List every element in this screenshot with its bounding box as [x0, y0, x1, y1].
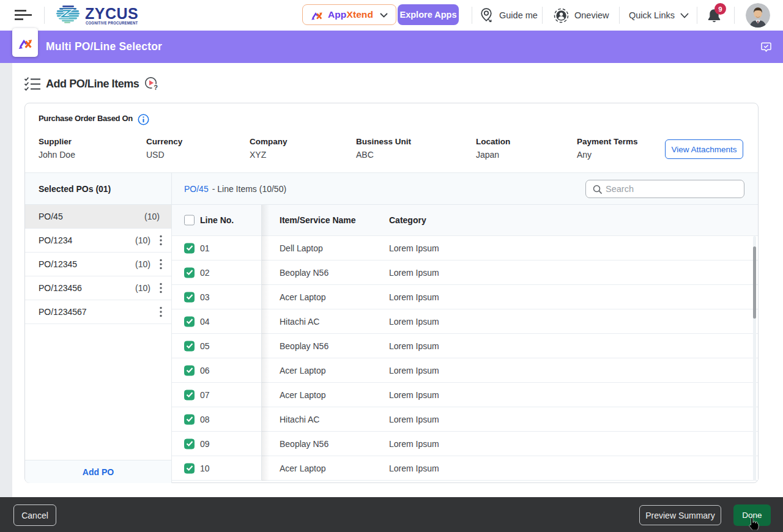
table-row[interactable]: 08 Hitachi AC Lorem Ipsum [172, 407, 758, 432]
appxtend-label: AppXtend [328, 9, 373, 20]
notification-badge: 9 [714, 3, 726, 15]
action-footer: Cancel Preview Summary Done [0, 497, 783, 532]
view-attachments-button[interactable]: View Attachments [665, 139, 743, 159]
search-icon [593, 185, 603, 194]
po-list-item[interactable]: PO/1234 (10) [25, 229, 171, 253]
po-based-on-title: Purchase Order Based On [39, 114, 133, 123]
guide-me-label: Guide me [499, 10, 538, 20]
row-checkbox[interactable] [184, 292, 195, 302]
divider [542, 7, 543, 24]
cancel-button[interactable]: Cancel [13, 504, 56, 526]
row-checkbox[interactable] [184, 316, 195, 327]
preview-summary-button[interactable]: Preview Summary [639, 505, 721, 525]
app-title: Multi PO/Line Selector [46, 31, 162, 63]
search-input[interactable] [606, 181, 739, 197]
oneview-icon [554, 8, 569, 23]
table-row[interactable]: 04 Hitachi AC Lorem Ipsum [172, 309, 758, 334]
table-row[interactable]: 06 Acer Laptop Lorem Ipsum [172, 358, 758, 383]
help-video-icon[interactable]: ? [144, 76, 159, 91]
row-checkbox[interactable] [184, 341, 195, 351]
appxtend-logo-icon [310, 8, 324, 21]
kebab-menu-icon[interactable] [158, 235, 164, 246]
divider [734, 7, 735, 24]
row-checkbox[interactable] [184, 365, 195, 375]
divider [472, 7, 472, 24]
quick-links-menu[interactable]: Quick Links [629, 0, 689, 31]
appxtend-app-tile[interactable] [12, 28, 38, 57]
divider [619, 7, 620, 24]
row-checkbox[interactable] [184, 463, 195, 473]
row-checkbox[interactable] [184, 243, 195, 253]
app-title-bar: Multi PO/Line Selector [0, 31, 783, 63]
field-business-unit: Business UnitABC [356, 137, 411, 160]
chevron-down-icon [380, 9, 388, 20]
kebab-menu-icon[interactable] [158, 306, 164, 317]
field-currency: CurrencyUSD [146, 137, 182, 160]
po-based-on-section: Purchase Order Based On SupplierJohn Doe… [25, 103, 758, 172]
field-supplier: SupplierJohn Doe [39, 137, 75, 160]
selected-pos-header: Selected POs (01) [25, 173, 171, 205]
field-payment-terms: Payment TermsAny [577, 137, 638, 160]
row-checkbox[interactable] [184, 390, 195, 400]
chevron-down-icon [680, 13, 689, 18]
table-header: Line No. Item/Service Name Category [172, 205, 758, 236]
explore-apps-button[interactable]: Explore Apps [398, 4, 459, 25]
column-category: Category [389, 215, 426, 225]
po-list-item[interactable]: PO/1234567 [25, 300, 171, 324]
user-avatar[interactable] [746, 3, 770, 28]
guide-me-pin-icon [480, 8, 494, 23]
done-button[interactable]: Done [733, 504, 771, 526]
table-row[interactable]: 03 Acer Laptop Lorem Ipsum [172, 285, 758, 309]
zycus-wordmark: ZYCUS [85, 5, 138, 23]
table-row[interactable]: 09 Beoplay N56 Lorem Ipsum [172, 432, 758, 456]
table-row[interactable]: 05 Beoplay N56 Lorem Ipsum [172, 334, 758, 358]
po-list-item[interactable]: PO/45 (10) [25, 205, 171, 229]
divider [44, 7, 45, 24]
table-row[interactable]: 01 Dell Laptop Lorem Ipsum [172, 236, 758, 260]
po-list: PO/45 (10) PO/1234 (10) [25, 205, 171, 324]
search-box [585, 180, 744, 198]
select-all-checkbox[interactable] [184, 215, 195, 226]
row-checkbox[interactable] [184, 267, 195, 278]
column-item-name: Item/Service Name [280, 215, 356, 225]
zycus-tagline: COGNITIVE PROCUREMENT [86, 21, 138, 25]
page-title: Add PO/Line Items [46, 78, 139, 91]
field-company: CompanyXYZ [250, 137, 288, 160]
column-line-no: Line No. [200, 215, 234, 225]
po-list-item[interactable]: PO/12345 (10) [25, 253, 171, 276]
po-list-item[interactable]: PO/123456 (10) [25, 276, 171, 300]
appxtend-logo-icon [17, 34, 34, 51]
add-po-button[interactable]: Add PO [25, 460, 171, 483]
kebab-menu-icon[interactable] [158, 259, 164, 270]
table-row[interactable]: 07 Acer Laptop Lorem Ipsum [172, 383, 758, 407]
divider [697, 7, 697, 24]
selector-panels: Selected POs (01) PO/45 (10) PO/1234 (10… [25, 172, 758, 482]
zycus-globe-icon [56, 5, 81, 23]
guide-me-button[interactable]: Guide me [480, 0, 538, 31]
kebab-menu-icon[interactable] [158, 283, 164, 294]
row-checkbox[interactable] [184, 438, 195, 449]
table-row[interactable]: 02 Beoplay N56 Lorem Ipsum [172, 260, 758, 285]
feedback-icon[interactable] [761, 42, 771, 53]
table-row[interactable]: 10 Acer Laptop Lorem Ipsum [172, 456, 758, 481]
checklist-icon [24, 77, 40, 91]
notifications-bell-icon[interactable]: 9 [707, 7, 725, 24]
info-icon[interactable] [138, 114, 149, 125]
zycus-logo[interactable]: ZYCUS COGNITIVE PROCUREMENT [56, 5, 148, 27]
line-items-title: PO/45- Line Items (10/50) [184, 173, 286, 205]
line-items-panel: PO/45- Line Items (10/50) Line No. Item/… [172, 173, 758, 483]
row-checkbox[interactable] [184, 414, 195, 424]
scrollbar-thumb[interactable] [753, 246, 756, 319]
appxtend-menu[interactable]: AppXtend [302, 4, 396, 25]
po-line-selector-card: Purchase Order Based On SupplierJohn Doe… [24, 103, 759, 483]
po-link[interactable]: PO/45 [184, 184, 209, 194]
field-location: LocationJapan [476, 137, 510, 160]
table-body: 01 Dell Laptop Lorem Ipsum 02 Beoplay N5… [172, 236, 758, 481]
top-bar: ZYCUS COGNITIVE PROCUREMENT AppXtend Exp… [0, 0, 783, 31]
oneview-button[interactable]: Oneview [554, 0, 609, 31]
svg-text:?: ? [154, 84, 158, 91]
line-items-header: PO/45- Line Items (10/50) [172, 173, 758, 205]
page-heading: Add PO/Line Items ? [24, 76, 159, 92]
hamburger-menu-icon[interactable] [15, 9, 32, 21]
quick-links-label: Quick Links [629, 10, 675, 20]
